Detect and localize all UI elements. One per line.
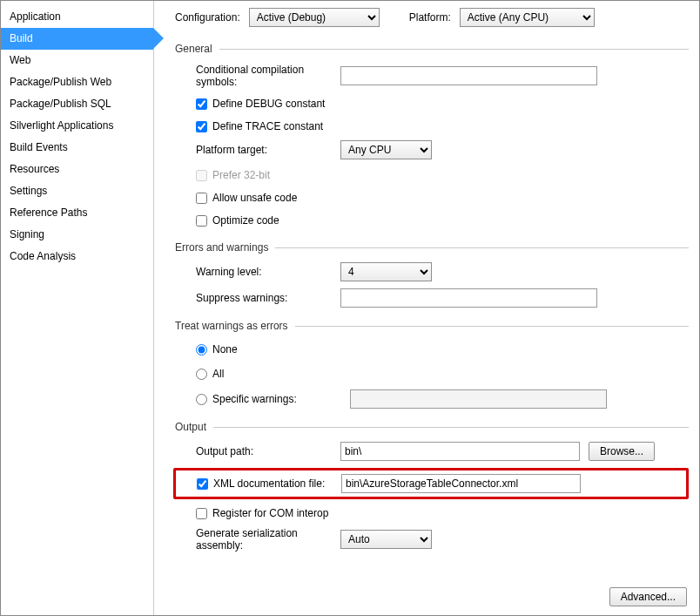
sidebar-item-build[interactable]: Build	[1, 28, 153, 50]
section-output-title: Output	[175, 421, 206, 433]
advanced-button[interactable]: Advanced...	[609, 587, 687, 606]
define-debug-label: Define DEBUG constant	[212, 98, 325, 110]
section-errors-title: Errors and warnings	[175, 241, 268, 254]
sidebar-item-label: Silverlight Applications	[10, 119, 113, 132]
sidebar-item-web[interactable]: Web	[1, 50, 153, 71]
gen-serialization-label: Generate serialization assembly:	[175, 527, 340, 552]
define-debug-checkbox[interactable]	[196, 98, 207, 110]
platform-label: Platform:	[409, 11, 451, 24]
xml-doc-label: XML documentation file:	[213, 477, 325, 490]
browse-button[interactable]: Browse...	[589, 442, 655, 461]
section-treat-title: Treat warnings as errors	[175, 320, 288, 332]
sidebar-item-label: Package/Publish Web	[10, 76, 111, 88]
sidebar-item-code-analysis[interactable]: Code Analysis	[1, 246, 153, 267]
treat-specific-radio[interactable]	[196, 394, 207, 405]
prefer-32bit-label: Prefer 32-bit	[212, 169, 270, 181]
sidebar-item-build-events[interactable]: Build Events	[1, 137, 153, 159]
prefer-32bit-checkbox	[196, 170, 207, 181]
sidebar-item-label: Settings	[10, 185, 47, 197]
register-com-label: Register for COM interop	[212, 507, 328, 519]
divider	[295, 326, 689, 327]
cond-symbols-input[interactable]	[340, 66, 597, 85]
section-general-title: General	[175, 43, 212, 55]
divider	[275, 247, 689, 248]
configuration-label: Configuration:	[175, 11, 240, 24]
sidebar-item-reference-paths[interactable]: Reference Paths	[1, 202, 153, 224]
configuration-select[interactable]: Active (Debug)	[249, 8, 380, 27]
platform-target-label: Platform target:	[175, 144, 340, 156]
sidebar: Application Build Web Package/Publish We…	[1, 1, 154, 615]
xml-doc-checkbox[interactable]	[197, 478, 208, 490]
xml-doc-highlight: XML documentation file:	[173, 468, 689, 499]
output-path-input[interactable]	[340, 442, 580, 461]
sidebar-item-package-publish-sql[interactable]: Package/Publish SQL	[1, 93, 153, 115]
divider	[213, 427, 689, 428]
sidebar-item-settings[interactable]: Settings	[1, 180, 153, 202]
sidebar-item-silverlight[interactable]: Silverlight Applications	[1, 115, 153, 137]
treat-all-label: All	[212, 368, 224, 380]
sidebar-item-label: Signing	[10, 228, 44, 240]
suppress-warnings-input[interactable]	[340, 288, 597, 308]
sidebar-item-application[interactable]: Application	[1, 6, 153, 28]
allow-unsafe-label: Allow unsafe code	[212, 192, 297, 204]
sidebar-item-label: Web	[10, 54, 30, 66]
warning-level-select[interactable]: 4	[340, 262, 432, 281]
divider	[219, 49, 689, 50]
treat-none-label: None	[212, 343, 238, 355]
sidebar-item-label: Application	[10, 10, 61, 23]
treat-specific-label: Specific warnings:	[212, 393, 345, 405]
cond-symbols-label: Conditional compilation symbols:	[175, 64, 340, 88]
treat-specific-input	[350, 389, 607, 409]
platform-select[interactable]: Active (Any CPU)	[460, 8, 595, 27]
sidebar-item-label: Reference Paths	[10, 206, 87, 219]
sidebar-item-resources[interactable]: Resources	[1, 159, 153, 180]
sidebar-item-signing[interactable]: Signing	[1, 224, 153, 246]
sidebar-item-label: Resources	[10, 163, 59, 175]
sidebar-item-package-publish-web[interactable]: Package/Publish Web	[1, 71, 153, 93]
main-panel: Configuration: Active (Debug) Platform: …	[154, 1, 699, 615]
output-path-label: Output path:	[175, 445, 340, 457]
allow-unsafe-checkbox[interactable]	[196, 193, 207, 204]
define-trace-checkbox[interactable]	[196, 121, 207, 132]
sidebar-item-label: Package/Publish SQL	[10, 98, 111, 110]
platform-target-select[interactable]: Any CPU	[340, 140, 432, 159]
treat-none-radio[interactable]	[196, 344, 207, 355]
suppress-warnings-label: Suppress warnings:	[175, 292, 340, 304]
xml-doc-input[interactable]	[341, 474, 581, 493]
optimize-label: Optimize code	[212, 214, 279, 227]
sidebar-item-label: Code Analysis	[10, 250, 76, 262]
sidebar-item-label: Build	[10, 32, 33, 44]
warning-level-label: Warning level:	[175, 266, 340, 278]
register-com-checkbox[interactable]	[196, 508, 207, 519]
sidebar-item-label: Build Events	[10, 141, 68, 153]
define-trace-label: Define TRACE constant	[212, 120, 323, 132]
treat-all-radio[interactable]	[196, 369, 207, 380]
gen-serialization-select[interactable]: Auto	[340, 530, 432, 549]
optimize-checkbox[interactable]	[196, 215, 207, 227]
